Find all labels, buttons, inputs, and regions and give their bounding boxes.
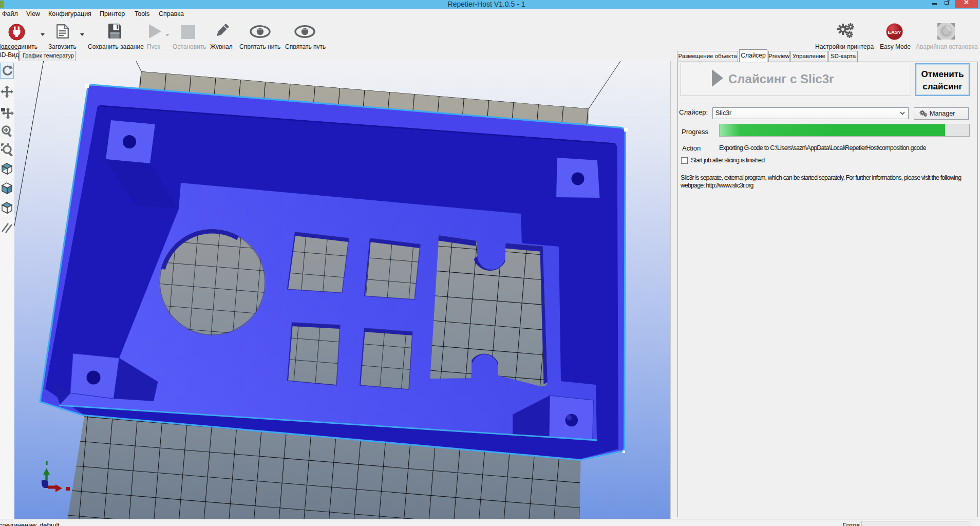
svg-text:EASY: EASY (888, 29, 902, 35)
